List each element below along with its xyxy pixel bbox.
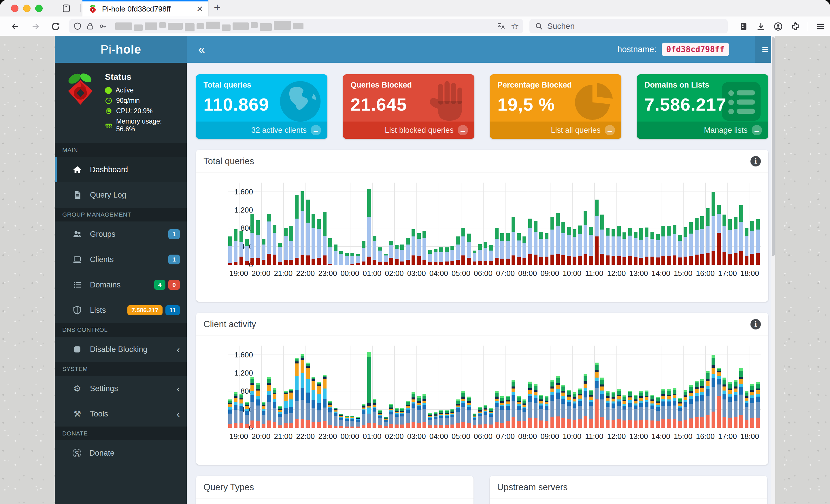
stacked-bar[interactable] — [573, 229, 576, 265]
stacked-bar[interactable] — [317, 219, 321, 265]
stacked-bar[interactable] — [450, 246, 454, 265]
stacked-bar[interactable] — [434, 412, 438, 428]
stacked-bar[interactable] — [683, 390, 687, 428]
firefox-view-icon[interactable] — [62, 4, 71, 13]
sidebar-item-donate[interactable]: $ Donate — [55, 440, 187, 466]
stacked-bar[interactable] — [489, 245, 493, 265]
stacked-bar[interactable] — [461, 391, 465, 428]
stacked-bar[interactable] — [545, 396, 548, 428]
stacked-bar[interactable] — [750, 384, 754, 428]
stacked-bar[interactable] — [556, 213, 560, 265]
stacked-bar[interactable] — [345, 253, 349, 265]
downloads-icon[interactable] — [756, 22, 766, 31]
stacked-bar[interactable] — [522, 236, 526, 265]
stacked-bar[interactable] — [634, 395, 637, 428]
stacked-bar[interactable] — [667, 390, 671, 428]
stacked-bar[interactable] — [556, 376, 560, 428]
stacked-bar[interactable] — [750, 221, 754, 265]
scrollbar-thumb[interactable] — [772, 37, 775, 256]
stacked-bar[interactable] — [728, 219, 732, 265]
stacked-bar[interactable] — [634, 232, 637, 265]
stacked-bar[interactable] — [339, 414, 343, 428]
stacked-bar[interactable] — [289, 390, 293, 428]
stacked-bar[interactable] — [428, 413, 432, 428]
stacked-bar[interactable] — [506, 396, 510, 428]
stacked-bar[interactable] — [450, 409, 454, 428]
forward-icon[interactable] — [31, 22, 40, 31]
stacked-bar[interactable] — [639, 391, 643, 428]
close-window-button[interactable] — [11, 5, 19, 12]
stacked-bar[interactable] — [300, 354, 304, 428]
stacked-bar[interactable] — [700, 216, 704, 265]
info-icon[interactable]: i — [751, 319, 761, 330]
stacked-bar[interactable] — [356, 417, 360, 428]
extensions-icon[interactable] — [791, 22, 800, 31]
stacked-bar[interactable] — [539, 395, 543, 428]
stacked-bar[interactable] — [728, 382, 732, 428]
stacked-bar[interactable] — [517, 396, 521, 428]
stacked-bar[interactable] — [250, 377, 254, 428]
shield-icon[interactable] — [73, 22, 82, 31]
stacked-bar[interactable] — [650, 395, 654, 428]
stacked-bar[interactable] — [622, 232, 626, 265]
stacked-bar[interactable] — [367, 189, 371, 265]
stacked-bar[interactable] — [367, 351, 371, 428]
stacked-bar[interactable] — [539, 232, 543, 265]
stacked-bar[interactable] — [250, 214, 254, 265]
stacked-bar[interactable] — [478, 244, 482, 265]
stacked-bar[interactable] — [562, 385, 565, 428]
stacked-bar[interactable] — [345, 416, 349, 428]
stacked-bar[interactable] — [628, 228, 632, 265]
stacked-bar[interactable] — [306, 363, 310, 428]
stacked-bar[interactable] — [583, 211, 587, 265]
sidebar-item-query-log[interactable]: Query Log — [55, 182, 187, 208]
stacked-bar[interactable] — [439, 410, 443, 428]
sidebar-item-domains[interactable]: Domains 4 0 — [55, 272, 187, 298]
stacked-bar[interactable] — [228, 236, 232, 265]
stacked-bar[interactable] — [567, 390, 571, 428]
new-tab-button[interactable]: + — [214, 1, 220, 14]
stacked-bar[interactable] — [306, 200, 310, 265]
stacked-bar[interactable] — [517, 233, 521, 265]
stacked-bar[interactable] — [683, 227, 687, 265]
stacked-bar[interactable] — [362, 404, 365, 428]
stacked-bar[interactable] — [478, 407, 482, 428]
stacked-bar[interactable] — [350, 416, 354, 428]
stacked-bar[interactable] — [389, 241, 393, 265]
stacked-bar[interactable] — [745, 391, 748, 428]
stacked-bar[interactable] — [528, 219, 532, 265]
stacked-bar[interactable] — [245, 402, 249, 428]
stacked-bar[interactable] — [456, 399, 460, 428]
stacked-bar[interactable] — [406, 238, 410, 265]
stacked-bar[interactable] — [289, 226, 293, 265]
stacked-bar[interactable] — [512, 380, 515, 428]
stacked-bar[interactable] — [456, 236, 460, 265]
stacked-bar[interactable] — [378, 410, 382, 428]
stacked-bar[interactable] — [617, 226, 621, 265]
stacked-bar[interactable] — [645, 391, 648, 428]
stacked-bar[interactable] — [617, 390, 621, 428]
stacked-bar[interactable] — [256, 220, 260, 265]
stacked-bar[interactable] — [273, 225, 276, 265]
stacked-bar[interactable] — [339, 251, 343, 265]
stacked-bar[interactable] — [645, 228, 648, 265]
address-bar[interactable]: ☆ — [69, 19, 523, 33]
stacked-bar[interactable] — [234, 392, 237, 428]
tab-close-icon[interactable]: ✕ — [196, 4, 203, 14]
stacked-bar[interactable] — [434, 249, 438, 265]
stacked-bar[interactable] — [578, 389, 582, 428]
stacked-bar[interactable] — [595, 200, 599, 265]
stacked-bar[interactable] — [706, 208, 709, 265]
stacked-bar[interactable] — [562, 222, 565, 265]
stacked-bar[interactable] — [278, 243, 282, 265]
stacked-bar[interactable] — [678, 235, 682, 265]
stacked-bar[interactable] — [284, 391, 288, 428]
stacked-bar[interactable] — [500, 233, 504, 265]
stacked-bar[interactable] — [734, 380, 737, 428]
stacked-bar[interactable] — [695, 381, 699, 428]
reload-icon[interactable] — [51, 22, 61, 31]
bookmark-star-icon[interactable]: ☆ — [511, 22, 519, 31]
sidebars-icon[interactable] — [739, 22, 748, 31]
stacked-bar[interactable] — [550, 380, 554, 428]
stacked-bar[interactable] — [495, 228, 499, 265]
